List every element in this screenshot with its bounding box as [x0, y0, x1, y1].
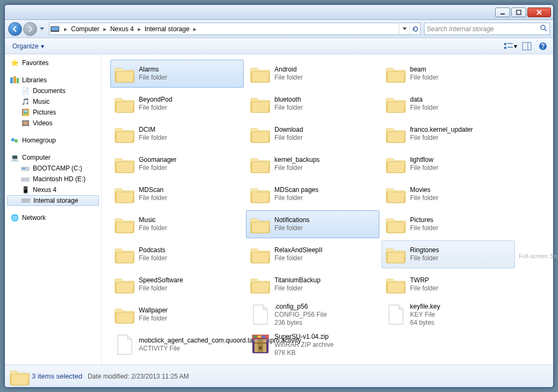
file-item[interactable]: BeyondPodFile folder — [110, 90, 244, 118]
tree-videos[interactable]: 🎞️Videos — [5, 118, 101, 129]
breadcrumb-segment[interactable]: Nexus 4 — [108, 23, 136, 34]
tree-computer[interactable]: 💻Computer — [5, 152, 101, 163]
help-button[interactable]: ? — [537, 40, 549, 52]
history-dropdown[interactable] — [38, 23, 46, 35]
file-item[interactable]: AndroidFile folder — [246, 60, 379, 88]
file-item[interactable]: SuperSU-v1.04.zipWinRAR ZIP archive878 K… — [246, 331, 379, 359]
file-icon — [113, 333, 137, 357]
file-item[interactable]: RingtonesFile folder — [382, 240, 515, 268]
file-item[interactable]: .config_p56CONFIG_P56 File236 bytes — [246, 301, 379, 329]
file-item[interactable]: mobclick_agent_cached_com.quoord.tapatal… — [110, 331, 244, 359]
content-pane[interactable]: AlarmsFile folderAndroidFile folderbeamF… — [102, 54, 553, 365]
file-item[interactable]: MusicFile folder — [110, 210, 244, 238]
file-item[interactable]: AlarmsFile folder — [110, 60, 244, 88]
svg-rect-1 — [517, 10, 521, 15]
file-item[interactable]: keyfile.keyKEY File64 bytes — [382, 301, 515, 329]
file-item[interactable]: franco.kernel_updaterFile folder — [382, 120, 515, 148]
file-item[interactable]: PicturesFile folder — [382, 210, 515, 238]
file-item[interactable]: GoomanagerFile folder — [110, 150, 244, 178]
minimize-button[interactable] — [495, 8, 510, 17]
computer-icon: 💻 — [10, 153, 19, 162]
folder-icon — [113, 122, 137, 146]
file-item[interactable]: NotificationsFile folder — [246, 210, 379, 238]
file-item[interactable]: DCIMFile folder — [110, 120, 244, 148]
file-item[interactable]: lightflowFile folder — [382, 150, 515, 178]
chevron-right-icon[interactable]: ▸ — [192, 25, 198, 33]
tree-music[interactable]: 🎵Music — [5, 96, 101, 107]
star-icon: ⭐ — [10, 59, 19, 67]
folder-icon — [10, 367, 30, 386]
tree-network[interactable]: 🌐Network — [5, 212, 101, 223]
maximize-button[interactable] — [511, 8, 526, 17]
file-item[interactable]: MoviesFile folder — [382, 180, 515, 208]
tree-nexus4[interactable]: 📱Nexus 4 — [5, 184, 101, 195]
item-type: File folder — [410, 254, 439, 262]
nav-row: ▸ Computer ▸ Nexus 4 ▸ Internal storage … — [5, 20, 553, 38]
breadcrumb-segment[interactable]: Computer — [69, 23, 102, 34]
tree-drive-e[interactable]: Macintosh HD (E:) — [5, 174, 101, 184]
navigation-pane[interactable]: ⭐Favorites Libraries 📄Documents 🎵Music 🖼… — [5, 54, 102, 365]
file-item[interactable]: TitaniumBackupFile folder — [246, 270, 379, 298]
tree-libraries[interactable]: Libraries — [5, 75, 101, 85]
status-mod-value: 2/23/2013 11:25 AM — [131, 373, 189, 380]
svg-rect-12 — [522, 42, 531, 50]
view-options-button[interactable]: ▾ — [505, 40, 517, 52]
tree-documents[interactable]: 📄Documents — [5, 85, 101, 96]
file-item[interactable]: beamFile folder — [382, 60, 515, 88]
address-bar[interactable]: ▸ Computer ▸ Nexus 4 ▸ Internal storage … — [49, 23, 421, 35]
item-name: kernel_backups — [274, 156, 320, 164]
item-type: File folder — [410, 134, 473, 142]
file-item[interactable]: PodcastsFile folder — [110, 240, 244, 268]
preview-pane-button[interactable] — [521, 40, 533, 52]
item-type: CONFIG_P56 File — [274, 311, 327, 319]
chevron-right-icon[interactable]: ▸ — [136, 25, 143, 33]
item-type: File folder — [410, 164, 439, 172]
file-item[interactable]: WallpaperFile folder — [110, 301, 244, 329]
tree-favorites[interactable]: ⭐Favorites — [5, 58, 101, 68]
item-name: .config_p56 — [274, 303, 327, 311]
chevron-right-icon[interactable]: ▸ — [62, 25, 69, 33]
tree-internal-storage[interactable]: Internal storage — [7, 195, 99, 206]
folder-icon — [384, 92, 408, 116]
file-item[interactable]: dataFile folder — [382, 90, 515, 118]
address-dropdown[interactable] — [399, 23, 409, 34]
file-item[interactable]: RelaxAndSleepIIFile folder — [246, 240, 379, 268]
folder-icon — [249, 122, 272, 146]
folder-icon — [113, 182, 137, 206]
tree-drive-c[interactable]: BOOTCAMP (C:) — [5, 163, 101, 174]
chevron-right-icon[interactable]: ▸ — [102, 25, 108, 33]
item-name: franco.kernel_updater — [410, 126, 473, 134]
tree-homegroup[interactable]: Homegroup — [5, 135, 101, 146]
svg-rect-33 — [253, 336, 257, 338]
file-item[interactable]: SpeedSoftwareFile folder — [110, 270, 244, 298]
item-type: File folder — [274, 284, 321, 293]
item-type: File folder — [139, 194, 167, 202]
tree-pictures[interactable]: 🖼️Pictures — [5, 107, 101, 118]
item-name: keyfile.key — [410, 303, 440, 311]
item-type: File folder — [274, 164, 320, 172]
svg-rect-10 — [504, 47, 506, 49]
drive-icon — [21, 175, 30, 183]
breadcrumb-segment[interactable]: Internal storage — [143, 23, 192, 34]
item-type: KEY File — [410, 311, 440, 319]
organize-button[interactable]: Organize ▾ — [9, 41, 47, 51]
back-button[interactable] — [8, 22, 22, 36]
item-name: Ringtones — [410, 246, 439, 254]
search-input[interactable]: Search Internal storage — [424, 23, 550, 35]
close-button[interactable] — [527, 8, 551, 17]
chevron-down-icon: ▾ — [41, 42, 44, 50]
file-item[interactable]: kernel_backupsFile folder — [246, 150, 379, 178]
item-type: File folder — [274, 104, 303, 112]
file-item[interactable]: bluetoothFile folder — [246, 90, 379, 118]
file-item[interactable]: TWRPFile folder — [382, 270, 515, 298]
item-type: File folder — [410, 194, 439, 202]
folder-icon — [113, 62, 137, 85]
drive-icon — [22, 196, 30, 205]
command-bar: Organize ▾ ▾ ? — [5, 38, 553, 54]
refresh-button[interactable] — [409, 23, 420, 34]
item-grid: AlarmsFile folderAndroidFile folderbeamF… — [110, 60, 548, 359]
file-item[interactable]: MDScanFile folder — [110, 180, 244, 208]
file-item[interactable]: MDScan pagesFile folder — [246, 180, 379, 208]
forward-button[interactable] — [23, 22, 37, 36]
file-item[interactable]: DownloadFile folder — [246, 120, 379, 148]
